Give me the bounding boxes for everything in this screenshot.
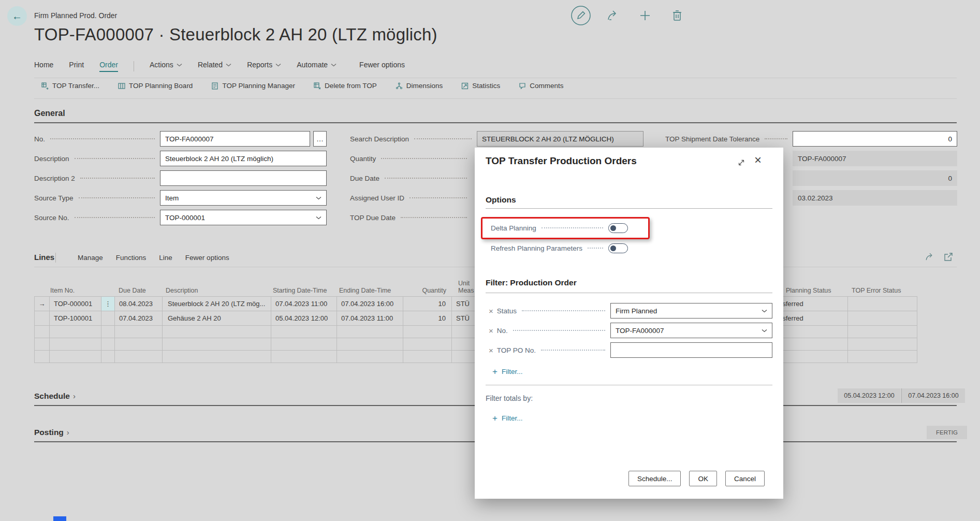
plus-icon: +: [492, 414, 498, 423]
divider: [34, 98, 957, 99]
lines-heading: Lines: [34, 253, 54, 262]
tab-reports[interactable]: Reports: [247, 61, 281, 72]
comments-button[interactable]: Comments: [519, 82, 563, 90]
clear-filter-icon[interactable]: ×: [489, 346, 493, 354]
dimensions-icon: [396, 82, 403, 90]
posting-section-heading[interactable]: Posting›: [34, 428, 69, 437]
field-row-description: Description Steuerblock 2 AH 20 (LTZ mög…: [34, 151, 327, 166]
comment-icon: [519, 82, 526, 90]
clipboard-icon: [211, 82, 218, 90]
tab-related[interactable]: Related: [198, 61, 231, 72]
field-row-quantity: Quantity: [350, 151, 472, 166]
posting-status-value: FERTIG: [927, 426, 967, 439]
delete-icon[interactable]: [667, 5, 688, 26]
delete-from-top-button[interactable]: Delete from TOP: [314, 82, 377, 90]
lines-menu-fewer-options[interactable]: Fewer options: [185, 254, 229, 262]
col-planning-status[interactable]: Planning Status: [786, 287, 831, 294]
open-in-new-icon[interactable]: [943, 252, 954, 262]
close-dialog-icon[interactable]: ×: [754, 153, 762, 167]
col-starting[interactable]: Starting Date-Time: [273, 287, 327, 294]
status-filter-select[interactable]: Firm Planned: [610, 303, 772, 319]
search-description-input[interactable]: STEUERBLOCK 2 AH 20 (LTZ MÖGLICH): [477, 131, 643, 147]
readonly-value-zero: 0: [793, 170, 957, 186]
tab-order[interactable]: Order: [99, 61, 118, 72]
clear-filter-icon[interactable]: ×: [489, 307, 493, 315]
lines-menu-manage[interactable]: Manage: [78, 254, 103, 262]
col-item-no[interactable]: Item No.: [50, 287, 75, 294]
col-description[interactable]: Description: [166, 287, 198, 294]
top-po-no-filter-input[interactable]: [610, 342, 772, 358]
shipment-tolerance-input[interactable]: 0: [793, 131, 957, 147]
tab-home[interactable]: Home: [34, 61, 53, 72]
back-arrow-icon: ←: [12, 10, 22, 22]
edit-icon[interactable]: [571, 5, 591, 26]
divider: [486, 385, 772, 385]
general-section-heading: General: [34, 109, 65, 118]
menu-separator: [134, 61, 134, 71]
lines-menu-functions[interactable]: Functions: [116, 254, 147, 262]
tab-print[interactable]: Print: [69, 61, 84, 72]
schedule-button[interactable]: Schedule...: [628, 471, 681, 486]
page-caption: Firm Planned Prod. Order: [34, 11, 117, 20]
divider: [34, 78, 957, 78]
readonly-top-prod-order-no: TOP-FA000007: [793, 151, 957, 166]
add-filter-link[interactable]: +Filter...: [492, 367, 522, 376]
assist-edit-button[interactable]: …: [313, 131, 327, 147]
statistics-button[interactable]: Statistics: [461, 82, 500, 90]
field-row-description2: Description 2: [34, 170, 327, 186]
chevron-down-icon: [762, 329, 767, 332]
field-row-no: No. TOP-FA000007 …: [34, 131, 327, 147]
cancel-button[interactable]: Cancel: [725, 471, 765, 486]
lines-menu-line[interactable]: Line: [159, 254, 172, 262]
section-rule: [34, 122, 957, 123]
page-title: TOP-FA000007 · Steuerblock 2 AH 20 (LTZ …: [34, 25, 437, 45]
dialog-title: TOP Transfer Production Orders: [486, 155, 637, 167]
refresh-planning-row: Refresh Planning Parameters: [491, 240, 628, 256]
row-menu-icon[interactable]: ⋮: [101, 297, 115, 311]
col-ending[interactable]: Ending Date-Time: [339, 287, 391, 294]
chevron-down-icon: [316, 216, 321, 220]
schedule-section-heading[interactable]: Schedule›: [34, 392, 76, 401]
no-input[interactable]: TOP-FA000007: [160, 131, 310, 147]
lines-separator: [55, 253, 56, 263]
chevron-down-icon: [331, 63, 337, 67]
schedule-start-value: 05.04.2023 12:00: [838, 388, 901, 403]
source-type-select[interactable]: Item: [160, 190, 327, 206]
col-top-error-status[interactable]: TOP Error Status: [852, 287, 901, 294]
fewer-options-button[interactable]: Fewer options: [359, 61, 405, 72]
grid-delete-icon: [314, 82, 321, 90]
chevron-down-icon: [762, 309, 767, 313]
description2-input[interactable]: [160, 170, 327, 186]
readonly-date: 03.02.2023: [793, 190, 957, 206]
board-icon: [118, 82, 125, 90]
page-actions: [571, 5, 688, 26]
options-heading: Options: [486, 195, 516, 205]
ok-button[interactable]: OK: [689, 471, 717, 486]
tab-automate[interactable]: Automate: [297, 61, 337, 72]
lines-actions: [925, 252, 954, 262]
col-due-date[interactable]: Due Date: [119, 287, 146, 294]
no-filter-select[interactable]: TOP-FA000007: [610, 323, 772, 338]
chevron-down-icon: [316, 196, 321, 200]
clear-filter-icon[interactable]: ×: [489, 327, 493, 335]
top-planning-board-button[interactable]: TOP Planning Board: [118, 82, 193, 90]
source-no-select[interactable]: TOP-000001: [160, 210, 327, 225]
field-row-source-type: Source Type Item: [34, 190, 327, 206]
refresh-planning-parameters-toggle[interactable]: [608, 243, 628, 253]
delta-planning-toggle[interactable]: [608, 223, 628, 233]
expand-dialog-icon[interactable]: [737, 158, 746, 169]
share-icon[interactable]: [925, 252, 935, 262]
add-totals-filter-link[interactable]: +Filter...: [492, 414, 522, 423]
description-input[interactable]: Steuerblock 2 AH 20 (LTZ möglich): [160, 151, 327, 166]
col-quantity[interactable]: Quantity: [403, 287, 446, 294]
field-row-search-description: Search Description STEUERBLOCK 2 AH 20 (…: [350, 131, 643, 147]
share-icon[interactable]: [603, 5, 623, 26]
add-icon[interactable]: [635, 5, 655, 26]
top-planning-manager-button[interactable]: TOP Planning Manager: [211, 82, 295, 90]
divider: [486, 293, 772, 293]
back-button[interactable]: ←: [7, 6, 27, 26]
top-transfer-button[interactable]: TOP Transfer...: [41, 82, 99, 90]
dimensions-button[interactable]: Dimensions: [396, 82, 443, 90]
tab-actions[interactable]: Actions: [150, 61, 182, 72]
dialog-buttons: Schedule... OK Cancel: [628, 471, 765, 486]
